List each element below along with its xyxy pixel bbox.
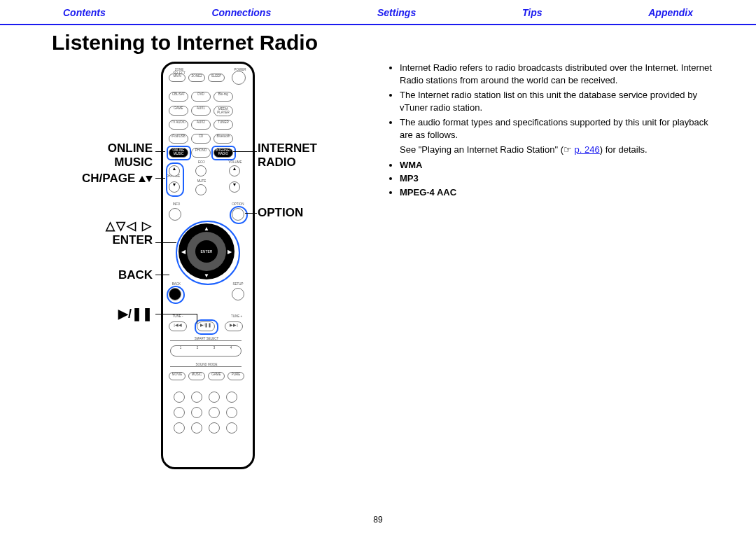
- see-prefix: See "Playing an Internet Radio Station" …: [400, 144, 564, 155]
- num-12: [226, 422, 237, 434]
- page-number: 89: [0, 515, 756, 525]
- remote-mute-btn: [195, 184, 206, 195]
- callout-online-music-l2: MUSIC: [114, 155, 153, 169]
- highlight-back: [167, 286, 185, 304]
- page-title: Listening to Internet Radio: [52, 31, 756, 55]
- num-11: [209, 422, 220, 434]
- line-playpause-v: [197, 314, 197, 324]
- num-2: [191, 392, 202, 403]
- remote-eco-btn: [195, 165, 206, 176]
- remote-ipodusb: iPod/USB: [169, 134, 188, 144]
- remote-bluray: Blu-ray: [214, 92, 233, 102]
- line-online-music: [155, 151, 165, 152]
- remote-mute-label: MUTE: [191, 179, 212, 183]
- remote-aux2: AUX2: [191, 120, 211, 130]
- remote-prev-btn: |◀◀: [169, 321, 187, 331]
- highlight-chpage: [166, 162, 184, 197]
- remote-cblsat: CBL/SAT: [169, 92, 188, 102]
- remote-setup-btn: [232, 288, 244, 300]
- callout-chpage: CH/PAGE: [48, 172, 153, 186]
- callout-online-music-l1: ONLINE: [108, 141, 153, 155]
- nav-connections[interactable]: Connections: [211, 7, 271, 18]
- line-back: [155, 275, 169, 275]
- remote-info-label: INFO: [166, 202, 187, 206]
- remote-info-btn: [169, 208, 181, 221]
- format-mpeg4aac: MPEG-4 AAC: [400, 186, 721, 199]
- remote-aux1: AUX1: [191, 106, 211, 116]
- see-note: See "Playing an Internet Radio Station" …: [400, 144, 721, 156]
- remote-tuner: TUNER: [214, 120, 233, 130]
- remote-eco-label: ECO: [191, 160, 212, 164]
- see-suffix: ) for details.: [600, 144, 648, 155]
- remote-vol-down: ▼: [229, 181, 240, 193]
- bullet-3: The audio format types and specification…: [400, 116, 721, 141]
- num-1: [174, 392, 185, 403]
- remote-dvd: DVD: [191, 92, 211, 102]
- line-enter: [155, 242, 176, 243]
- highlight-playpause: [195, 319, 218, 335]
- remote-music-mode: MUSIC: [188, 372, 205, 380]
- callout-chpage-text: CH/PAGE: [82, 172, 135, 185]
- remote-phono: PHONO: [191, 148, 211, 158]
- format-wma: WMA: [400, 159, 721, 172]
- callout-option: OPTION: [258, 206, 370, 220]
- line-playpause: [155, 314, 197, 314]
- remote-sleep-btn: SLEEP: [208, 74, 225, 82]
- remote-cd: CD: [191, 134, 211, 144]
- highlight-dpad: [176, 221, 240, 285]
- line-chpage: [155, 178, 165, 179]
- remote-game-mode: GAME: [208, 372, 225, 380]
- callout-arrows-enter: △▽◁ ▷ ENTER: [62, 219, 153, 247]
- bullet-1: Internet Radio refers to radio broadcast…: [400, 62, 721, 86]
- num-5: [174, 407, 185, 418]
- num-8: [226, 407, 237, 418]
- bullet-2: The Internet radio station list on this …: [400, 89, 721, 113]
- remote-power-btn: [232, 71, 246, 85]
- remote-main-btn: MAIN: [169, 74, 186, 82]
- callout-online-music: ONLINE MUSIC: [62, 141, 153, 169]
- callout-arrows: △▽◁ ▷: [106, 219, 153, 233]
- remote-diagram: ZONE SELECT POWER MAIN ZONE2 SLEEP CBL/S…: [161, 62, 251, 468]
- nav-tips[interactable]: Tips: [522, 7, 542, 18]
- num-3: [209, 392, 220, 403]
- see-hand-icon: ☞: [564, 144, 572, 155]
- num-6: [191, 407, 202, 418]
- remote-tune-plus: TUNE +: [226, 314, 247, 318]
- remote-vol-up: ▲: [229, 165, 240, 176]
- nav-appendix[interactable]: Appendix: [648, 7, 693, 18]
- num-7: [209, 407, 220, 418]
- line-internet-radio: [233, 151, 257, 152]
- num-9: [174, 422, 185, 434]
- callout-enter: ENTER: [112, 233, 153, 247]
- remote-smart-select: SMART SELECT: [192, 337, 220, 340]
- highlight-option: [230, 206, 248, 224]
- callout-back: BACK: [62, 268, 153, 282]
- divider-2: [170, 366, 241, 367]
- remote-next-btn: ▶▶|: [225, 321, 243, 331]
- highlight-online-music: [167, 146, 191, 160]
- callout-internet-radio: INTERNET RADIO: [258, 141, 370, 169]
- callout-internet-radio-l2: RADIO: [258, 155, 296, 169]
- remote-media-player: MEDIA PLAYER: [214, 106, 233, 116]
- remote-volume-label: VOLUME: [225, 160, 246, 164]
- remote-movie: MOVIE: [169, 372, 186, 380]
- chpage-up-icon: [139, 176, 146, 182]
- nav-contents[interactable]: Contents: [63, 7, 106, 18]
- see-link[interactable]: p. 246: [575, 144, 600, 155]
- callout-playpause: ▶/❚❚: [62, 307, 153, 321]
- line-option: [245, 213, 257, 214]
- nav-settings[interactable]: Settings: [377, 7, 416, 18]
- remote-smart-row: 1234: [170, 345, 241, 357]
- remote-tvaudio: TV AUDIO: [169, 120, 188, 130]
- chpage-down-icon: [146, 176, 153, 182]
- num-4: [226, 392, 237, 403]
- remote-setup-label: SETUP: [227, 282, 248, 286]
- format-mp3: MP3: [400, 172, 721, 185]
- remote-tune-minus: TUNE -: [167, 314, 188, 318]
- remote-sound-mode: SOUND MODE: [192, 363, 220, 366]
- callout-internet-radio-l1: INTERNET: [258, 141, 317, 155]
- remote-zone2-btn: ZONE2: [188, 74, 205, 82]
- description-column: Internet Radio refers to radio broadcast…: [388, 62, 721, 200]
- top-nav: Contents Connections Settings Tips Appen…: [0, 0, 756, 25]
- remote-pure: PURE: [227, 372, 244, 380]
